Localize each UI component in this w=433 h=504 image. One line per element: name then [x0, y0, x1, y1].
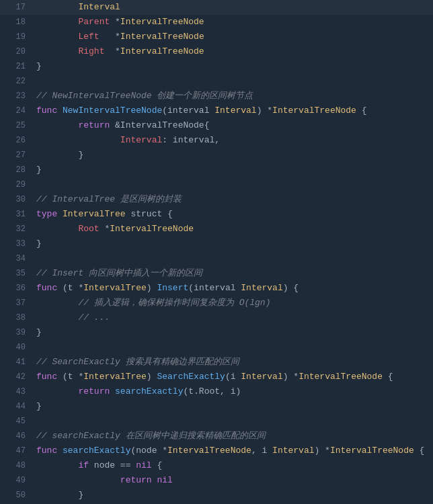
- code-token: [36, 135, 120, 145]
- line-number: 37: [5, 296, 26, 310]
- code-token: nil: [157, 475, 172, 485]
- line-number: 50: [5, 488, 26, 503]
- code-token: IntervalTree: [83, 283, 147, 293]
- line-number: 22: [5, 74, 26, 89]
- code-token: Interval: [272, 446, 314, 456]
- line-number: 21: [5, 59, 26, 74]
- line-number: 27: [5, 148, 26, 163]
- code-token: return: [78, 386, 115, 396]
- code-token: {: [383, 372, 393, 382]
- line-number: 43: [5, 384, 26, 399]
- line-number: 42: [5, 370, 26, 384]
- code-token: struct {: [130, 209, 172, 219]
- code-token: *: [110, 17, 120, 27]
- line-number: 46: [5, 429, 26, 444]
- line-content: [36, 340, 428, 355]
- line-number: 17: [5, 0, 26, 15]
- code-token: {: [152, 460, 163, 470]
- code-token: *: [100, 32, 120, 42]
- code-token: &IntervalTreeNode{: [115, 120, 209, 130]
- code-token: func: [36, 446, 63, 456]
- code-token: // Insert: [36, 268, 89, 278]
- code-token: 在区间树中递归搜索精确匹配的区间: [126, 431, 266, 441]
- code-token: // SearchExactly: [36, 357, 126, 367]
- line-number: 32: [5, 222, 26, 237]
- code-token: [36, 120, 78, 130]
- line-content: func NewIntervalTreeNode(interval Interv…: [36, 103, 428, 118]
- code-token: [36, 2, 78, 12]
- code-line: 23// NewIntervalTreeNode 创建一个新的区间树节点: [0, 89, 433, 103]
- line-content: // NewIntervalTreeNode 创建一个新的区间树节点: [36, 89, 428, 103]
- line-content: Interval: [36, 0, 428, 15]
- line-content: // searchExactly 在区间树中递归搜索精确匹配的区间: [36, 429, 428, 444]
- line-number: 33: [5, 237, 26, 251]
- code-token: searchExactly: [115, 386, 183, 396]
- code-token: // NewIntervalTreeNode: [36, 91, 157, 101]
- code-line: 41// SearchExactly 搜索具有精确边界匹配的区间: [0, 355, 433, 370]
- code-token: Interval: [214, 106, 256, 116]
- line-content: Interval: interval,: [36, 133, 428, 148]
- code-line: 40: [0, 340, 433, 355]
- code-token: Insert: [157, 283, 188, 293]
- code-token: // searchExactly: [36, 431, 126, 441]
- code-line: 43 return searchExactly(t.Root, i): [0, 384, 433, 399]
- line-content: Left *IntervalTreeNode: [36, 30, 428, 44]
- code-token: }: [36, 401, 42, 411]
- line-content: return searchExactly(t.Root, i): [36, 384, 428, 399]
- code-token: return: [78, 120, 115, 130]
- code-token: SearchExactly: [157, 372, 225, 382]
- code-token: [36, 298, 78, 308]
- code-token: *: [104, 46, 120, 56]
- code-token: 向区间树中插入一个新的区间: [89, 268, 202, 278]
- code-token: IntervalTreeNode: [330, 446, 414, 456]
- code-token: IntervalTreeNode: [120, 46, 204, 56]
- code-token: func: [36, 372, 63, 382]
- line-number: 28: [5, 163, 26, 177]
- line-content: Right *IntervalTreeNode: [36, 44, 428, 59]
- line-number: 19: [5, 30, 26, 44]
- code-token: ) *: [283, 372, 299, 382]
- code-line: 30// IntervalTree 是区间树的封装: [0, 192, 433, 207]
- code-line: 17 Interval: [0, 0, 433, 15]
- code-token: return: [120, 475, 157, 485]
- line-content: // ...: [36, 310, 428, 325]
- code-token: [36, 312, 78, 323]
- line-number: 40: [5, 340, 26, 355]
- code-line: 49 return nil: [0, 473, 433, 488]
- code-line: 42func (t *IntervalTree) SearchExactly(i…: [0, 370, 433, 384]
- code-token: NewIntervalTreeNode: [63, 106, 162, 116]
- code-token: Parent: [78, 17, 110, 27]
- code-token: ) *: [315, 446, 330, 456]
- code-token: {: [356, 106, 367, 116]
- code-token: }: [36, 61, 42, 71]
- line-number: 45: [5, 414, 26, 429]
- code-token: [36, 460, 78, 470]
- line-content: Parent *IntervalTreeNode: [36, 15, 428, 30]
- line-content: }: [36, 59, 428, 74]
- code-editor: 17 Interval18 Parent *IntervalTreeNode19…: [0, 0, 433, 504]
- code-token: }: [36, 165, 42, 175]
- code-line: 46// searchExactly 在区间树中递归搜索精确匹配的区间: [0, 429, 433, 444]
- line-content: type IntervalTree struct {: [36, 207, 428, 222]
- code-token: IntervalTree: [83, 372, 147, 382]
- code-line: 24func NewIntervalTreeNode(interval Inte…: [0, 103, 433, 118]
- code-token: 搜索具有精确边界匹配的区间: [126, 357, 239, 367]
- code-line: 38 // ...: [0, 310, 433, 325]
- code-line: 25 return &IntervalTreeNode{: [0, 118, 433, 133]
- code-token: ): [147, 372, 157, 382]
- code-token: (t *: [63, 283, 83, 293]
- code-line: 45: [0, 414, 433, 429]
- line-number: 44: [5, 399, 26, 414]
- code-token: [36, 32, 78, 42]
- code-line: 29: [0, 177, 433, 192]
- line-content: // IntervalTree 是区间树的封装: [36, 192, 428, 207]
- code-token: ) *: [257, 106, 272, 116]
- code-token: func: [36, 106, 63, 116]
- line-content: return &IntervalTreeNode{: [36, 118, 428, 133]
- code-token: IntervalTreeNode: [299, 372, 383, 382]
- code-token: [36, 386, 78, 396]
- line-content: // SearchExactly 搜索具有精确边界匹配的区间: [36, 355, 428, 370]
- code-token: }: [78, 150, 83, 160]
- code-token: if: [78, 460, 93, 470]
- code-line: 32 Root *IntervalTreeNode: [0, 222, 433, 237]
